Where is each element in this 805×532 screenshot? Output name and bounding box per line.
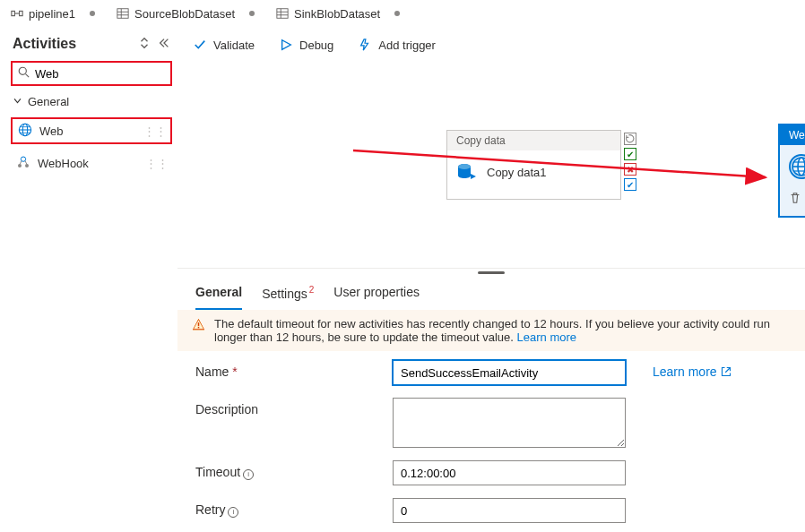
activity-webhook[interactable]: WebHook ⋮⋮ (11, 150, 172, 176)
activity-label: WebHook (38, 157, 89, 170)
activities-search-box[interactable] (11, 61, 172, 86)
group-label: General (28, 95, 69, 108)
activity-web[interactable]: Web ⋮⋮ (11, 117, 172, 144)
dirty-indicator (394, 11, 400, 16)
description-label: Description (195, 398, 393, 416)
add-trigger-button[interactable]: Add trigger (359, 39, 436, 52)
trigger-icon (359, 39, 371, 51)
chevron-down-icon (13, 95, 22, 108)
collapse-all-icon[interactable] (138, 37, 151, 52)
tab-user-properties[interactable]: User properties (333, 279, 420, 310)
pane-drag-handle[interactable] (177, 269, 805, 276)
svg-rect-31 (198, 322, 200, 326)
tab-label: pipeline1 (29, 7, 75, 21)
search-icon (18, 66, 30, 81)
activities-title: Activities (13, 36, 76, 52)
node-copy-ports: ✔ ✖ ✔ (624, 133, 636, 191)
pipeline-toolbar: Validate Debug Add trigger (177, 27, 805, 63)
timeout-warning-banner: The default timeout for new activities h… (177, 310, 805, 351)
tab-general[interactable]: General (195, 279, 242, 310)
database-icon (456, 161, 478, 183)
activities-search-input[interactable] (35, 67, 165, 81)
validate-label: Validate (213, 39, 255, 52)
banner-learn-more-link[interactable]: Learn more (517, 330, 576, 344)
dataset-icon (117, 7, 129, 20)
node-web-activity[interactable]: Web SendSuccessEmailActivity (778, 124, 805, 218)
node-type-label: Copy data (447, 131, 620, 150)
retry-label: Retryi (195, 498, 393, 518)
port-pending[interactable] (624, 133, 636, 145)
settings-badge: 2 (309, 285, 315, 295)
dirty-indicator (249, 11, 255, 16)
svg-point-18 (21, 157, 25, 161)
webhook-icon (16, 155, 30, 172)
svg-point-22 (458, 164, 471, 169)
grip-icon: ⋮⋮ (145, 157, 169, 170)
svg-rect-1 (20, 11, 23, 15)
timeout-input[interactable] (393, 460, 626, 485)
globe-icon (789, 154, 805, 179)
name-input[interactable] (393, 360, 626, 385)
tab-pipeline1[interactable]: pipeline1 (0, 0, 106, 27)
debug-label: Debug (299, 39, 333, 52)
svg-rect-7 (277, 9, 288, 19)
description-input[interactable] (393, 398, 626, 448)
name-label: Name * (195, 360, 393, 379)
node-copy-data[interactable]: Copy data Copy data1 (446, 130, 621, 200)
grip-icon: ⋮⋮ (143, 124, 167, 138)
activity-label: Web (39, 124, 64, 138)
dirty-indicator (90, 11, 95, 16)
pipeline-icon (11, 7, 23, 20)
node-type-label: Web (780, 125, 805, 145)
delete-icon[interactable] (789, 192, 801, 207)
svg-rect-0 (12, 11, 15, 15)
banner-text: The default timeout for new activities h… (214, 317, 791, 344)
port-failure[interactable]: ✖ (624, 163, 636, 176)
dataset-icon (276, 7, 289, 20)
collapse-panel-icon[interactable] (158, 37, 170, 52)
tab-sinkblobdataset[interactable]: SinkBlobDataset (265, 0, 411, 27)
node-title: Copy data1 (487, 166, 547, 179)
general-form: Name * Learn more Description Timeouti R… (177, 351, 805, 532)
play-icon (280, 39, 292, 51)
tab-label: SinkBlobDataset (294, 7, 380, 21)
info-icon[interactable]: i (228, 507, 238, 518)
tab-settings[interactable]: Settings2 (262, 279, 314, 310)
properties-pane: General Settings2 User properties The de… (177, 268, 805, 532)
editor-tab-bar: pipeline1 SourceBlobDataset SinkBlobData… (0, 0, 805, 27)
validate-button[interactable]: Validate (194, 39, 255, 52)
check-icon (194, 39, 206, 51)
warning-icon (192, 318, 205, 334)
activities-panel: Activities General Web ⋮⋮ W (0, 27, 177, 532)
port-success[interactable]: ✔ (624, 148, 636, 160)
globe-icon (18, 123, 32, 140)
add-trigger-label: Add trigger (378, 39, 436, 52)
tab-label: SourceBlobDataset (134, 7, 235, 21)
debug-button[interactable]: Debug (280, 39, 333, 52)
svg-rect-3 (117, 9, 128, 19)
tab-sourceblobdataset[interactable]: SourceBlobDataset (106, 0, 265, 27)
pipeline-canvas[interactable]: Copy data Copy data1 ✔ ✖ ✔ (177, 63, 805, 268)
learn-more-link[interactable]: Learn more (635, 360, 787, 379)
svg-point-11 (19, 67, 26, 74)
info-icon[interactable]: i (243, 469, 254, 480)
properties-tabs: General Settings2 User properties (177, 276, 805, 310)
port-completion[interactable]: ✔ (624, 178, 636, 191)
external-link-icon (721, 366, 731, 377)
svg-rect-32 (198, 327, 200, 329)
timeout-label: Timeouti (195, 460, 393, 480)
retry-input[interactable] (393, 498, 626, 523)
group-general[interactable]: General (11, 91, 172, 112)
svg-line-12 (26, 74, 30, 78)
